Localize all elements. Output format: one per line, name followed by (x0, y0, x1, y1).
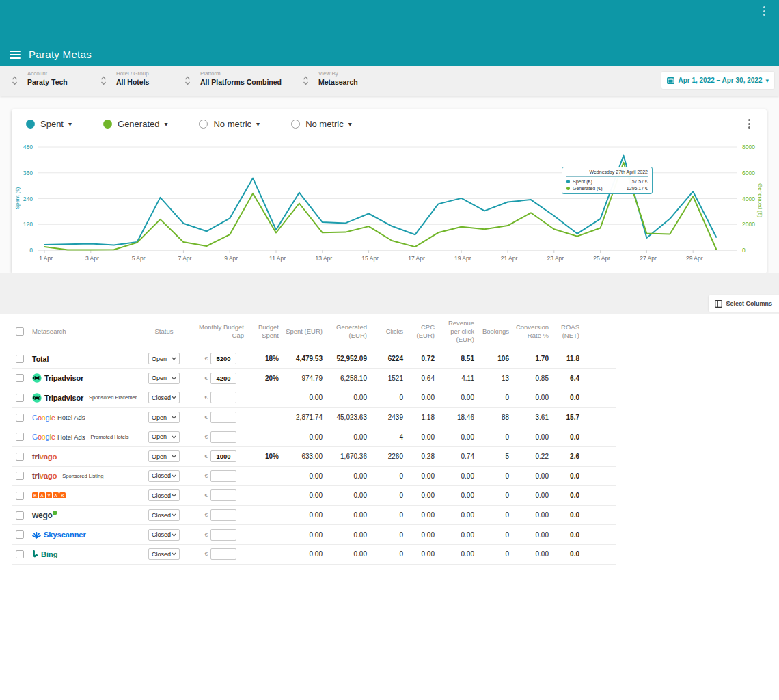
status-select-value: Closed (152, 472, 172, 479)
chevron-down-icon (172, 474, 176, 478)
row-checkbox[interactable] (16, 453, 24, 461)
generated-cell: 52,952.09 (327, 355, 371, 362)
status-select[interactable]: Closed (148, 529, 180, 541)
budget-cap-cell: € (191, 412, 248, 423)
chevron-down-icon: ▾ (164, 120, 167, 128)
date-range-button[interactable]: Apr 1, 2022 – Apr 30, 2022 ▾ (661, 72, 774, 89)
revenue-per-click-cell: 0.00 (439, 550, 478, 558)
status-select[interactable]: Closed (148, 489, 180, 501)
date-range-label: Apr 1, 2022 – Apr 30, 2022 (678, 77, 762, 84)
budget-cap-input[interactable] (210, 392, 236, 403)
table-row: wegoClosed€0.000.0000.000.0000.000.0 (12, 506, 616, 526)
row-checkbox[interactable] (16, 394, 24, 402)
column-header-revenue-per-click-eur-: Revenue per click (EUR) (439, 319, 478, 344)
filter-value: All Platforms Combined (200, 78, 282, 86)
legend-item-generated[interactable]: Generated▾ (103, 119, 167, 129)
chevron-down-icon (172, 455, 176, 458)
filter-value: Metasearch (318, 78, 358, 86)
tooltip-series-label: Generated (€) (573, 186, 603, 191)
column-header-cpc-eur-: CPC (EUR) (407, 323, 439, 340)
svg-text:120: 120 (23, 221, 33, 228)
legend-item-spent[interactable]: Spent▾ (26, 119, 72, 129)
metasearch-cell: wego (31, 511, 137, 520)
budget-cap-input[interactable] (210, 412, 236, 423)
clicks-cell: 0 (371, 472, 407, 480)
select-columns-button[interactable]: Select Columns (709, 295, 779, 312)
row-checkbox[interactable] (16, 492, 24, 500)
overflow-menu-icon[interactable] (763, 6, 765, 16)
spent-cell: 0.00 (283, 550, 327, 558)
budget-cap-input[interactable] (210, 353, 236, 364)
header-checkbox[interactable] (16, 327, 24, 336)
budget-cap-input[interactable] (210, 489, 236, 501)
svg-text:27 Apr.: 27 Apr. (640, 255, 657, 262)
status-select[interactable]: Closed (148, 548, 180, 560)
row-checkbox[interactable] (16, 511, 24, 520)
euro-symbol: € (205, 492, 208, 498)
chevron-down-icon (172, 494, 176, 497)
filter-account[interactable]: AccountParaty Tech (12, 70, 68, 86)
budget-cap-input[interactable] (210, 431, 236, 443)
chevron-down-icon (172, 435, 176, 439)
row-checkbox[interactable] (16, 472, 24, 480)
roas-cell: 0.0 (553, 511, 584, 519)
filter-label: Account (27, 70, 68, 77)
budget-cap-cell: € (191, 509, 248, 521)
status-select[interactable]: Open (148, 353, 180, 364)
budget-cap-cell: € (191, 392, 248, 403)
budget-cap-cell: € (191, 489, 248, 501)
row-checkbox[interactable] (16, 355, 24, 363)
column-header-clicks: Clicks (371, 327, 407, 336)
filter-hotel-group[interactable]: Hotel / GroupAll Hotels (100, 70, 149, 86)
status-select[interactable]: Open (148, 431, 180, 443)
row-checkbox[interactable] (16, 433, 24, 441)
conversion-rate-cell: 0.00 (513, 492, 553, 499)
status-select[interactable]: Open (148, 373, 180, 384)
chart-tooltip: Wednesday 27th April 2022 Spent (€)57.57… (562, 167, 653, 194)
conversion-rate-cell: 0.00 (513, 433, 553, 441)
status-select[interactable]: Closed (148, 392, 180, 403)
spent-cell: 0.00 (283, 433, 327, 441)
budget-cap-input[interactable] (210, 509, 236, 521)
row-checkbox[interactable] (16, 530, 24, 539)
conversion-rate-cell: 0.00 (513, 531, 553, 539)
status-cell: Closed (137, 470, 191, 482)
conversion-rate-cell: 0.00 (513, 511, 553, 519)
total-label: Total (32, 355, 49, 363)
row-sub-label: Sponsored Listing (62, 473, 103, 479)
status-select[interactable]: Open (148, 450, 180, 462)
svg-text:2000: 2000 (742, 221, 755, 228)
row-checkbox[interactable] (16, 374, 24, 382)
roas-cell: 11.8 (553, 355, 584, 362)
budget-cap-input[interactable] (210, 548, 236, 560)
svg-text:21 Apr.: 21 Apr. (501, 255, 519, 262)
row-checkbox[interactable] (16, 550, 24, 558)
metasearch-cell: GoogleHotel Ads (31, 414, 137, 422)
metasearch-cell: Total (31, 355, 137, 363)
revenue-per-click-cell: 0.74 (439, 453, 478, 460)
budget-cap-input[interactable] (210, 529, 236, 541)
budget-cap-input[interactable] (210, 450, 236, 462)
status-select[interactable]: Open (148, 412, 180, 423)
status-select[interactable]: Closed (148, 509, 180, 521)
metasearch-cell: GoogleHotel AdsPromoted Hotels (31, 433, 137, 441)
filter-platform[interactable]: PlatformAll Platforms Combined (184, 70, 282, 86)
status-select-value: Open (152, 453, 172, 460)
generated-cell: 6,258.10 (327, 375, 371, 382)
tooltip-series-value: 1295.17 € (627, 186, 648, 191)
svg-text:9 Apr.: 9 Apr. (224, 255, 239, 262)
select-columns-label: Select Columns (726, 300, 772, 307)
table-row: GoogleHotel AdsOpen€2,871.7445,023.63243… (12, 408, 616, 428)
filter-view-by[interactable]: View ByMetasearch (303, 70, 358, 86)
hamburger-menu-icon[interactable] (10, 51, 20, 59)
budget-cap-input[interactable] (210, 470, 236, 482)
chevron-down-icon: ▾ (765, 77, 769, 84)
row-checkbox[interactable] (16, 414, 24, 422)
legend-item-no-metric[interactable]: No metric▾ (199, 119, 260, 129)
generated-cell: 0.00 (327, 433, 371, 441)
budget-cap-input[interactable] (210, 373, 236, 384)
svg-text:480: 480 (23, 144, 33, 150)
unfold-more-icon (184, 76, 191, 85)
status-select[interactable]: Closed (148, 470, 180, 482)
legend-item-no-metric[interactable]: No metric▾ (291, 119, 352, 129)
